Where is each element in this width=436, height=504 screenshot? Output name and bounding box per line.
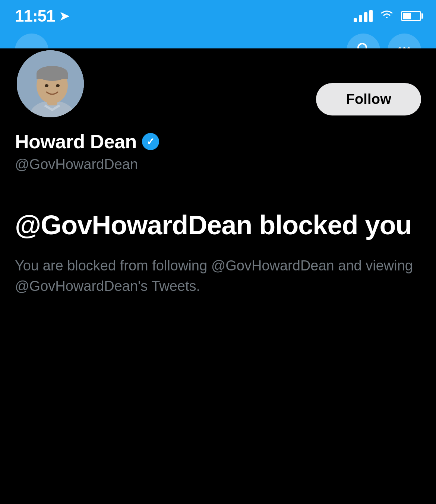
blocked-description: You are blocked from following @GovHowar… xyxy=(15,256,421,297)
display-name-row: Howard Dean ✓ xyxy=(15,130,421,153)
profile-header: Follow Howard Dean ✓ @GovHowardDean xyxy=(0,48,436,187)
location-icon: ➤ xyxy=(59,8,70,24)
blocked-section: @GovHowardDean blocked you You are block… xyxy=(0,187,436,311)
display-name: Howard Dean xyxy=(15,130,137,153)
battery-icon xyxy=(401,11,421,21)
wifi-icon xyxy=(379,9,394,23)
username: @GovHowardDean xyxy=(15,156,421,172)
status-time: 11:51 xyxy=(15,7,55,25)
verified-check-icon: ✓ xyxy=(146,136,155,148)
follow-button[interactable]: Follow xyxy=(316,83,421,115)
status-bar: 11:51 ➤ xyxy=(0,0,436,30)
avatar-follow-row: Follow xyxy=(15,48,421,119)
svg-rect-10 xyxy=(37,73,68,79)
signal-icon xyxy=(354,10,373,22)
user-info: Howard Dean ✓ @GovHowardDean xyxy=(15,130,421,172)
status-left: 11:51 ➤ xyxy=(15,7,70,25)
svg-point-11 xyxy=(45,84,48,87)
blocked-title: @GovHowardDean blocked you xyxy=(15,210,421,241)
avatar xyxy=(15,48,86,119)
status-right xyxy=(354,9,421,23)
svg-point-12 xyxy=(56,84,60,87)
verified-badge: ✓ xyxy=(142,133,159,150)
